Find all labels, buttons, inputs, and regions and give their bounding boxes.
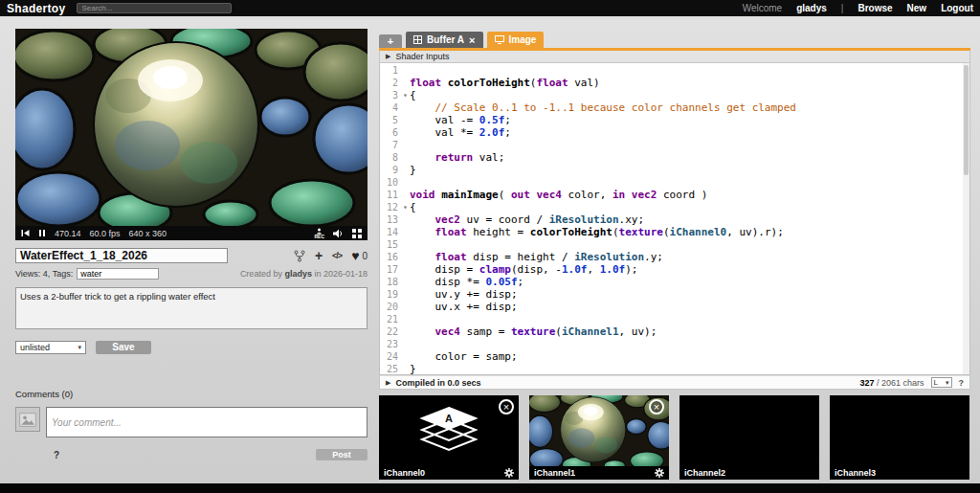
shader-canvas[interactable] (15, 29, 368, 226)
code-line[interactable]: 15 (380, 238, 969, 251)
channel-3-label: iChannel3 (835, 468, 876, 478)
char-total: / 2061 chars (874, 378, 924, 388)
channel-2-preview (679, 395, 819, 466)
comment-input[interactable] (46, 407, 368, 437)
volume-button[interactable] (333, 229, 344, 238)
nav-username[interactable]: gladys (796, 3, 827, 13)
shader-meta-row: Views: 4, Tags: Created by gladys in 202… (15, 268, 368, 280)
tags-input[interactable] (77, 268, 159, 280)
shader-panel: 470.14 60.0 fps 640 x 360 REC (15, 29, 368, 460)
avatar-placeholder-icon (19, 413, 36, 427)
code-line[interactable]: 9 } (380, 164, 969, 176)
close-icon[interactable]: × (469, 35, 475, 45)
likes-count: 0 (362, 251, 368, 261)
code-line[interactable]: 16 float disp = height / iResolution.y; (380, 251, 969, 263)
char-counter: 327 / 2061 chars (859, 378, 924, 388)
visibility-select[interactable]: unlisted ▾ (15, 341, 86, 354)
channel-2-label-bar: iChannel2 (679, 466, 819, 480)
channel-3-tile[interactable]: iChannel3 (830, 395, 969, 480)
code-line[interactable]: 13 vec2 uv = coord / iResolution.xy; (380, 213, 969, 226)
comment-row (15, 407, 368, 437)
add-tab-button[interactable]: + (379, 34, 402, 48)
post-button[interactable]: Post (316, 449, 368, 460)
gear-icon[interactable] (655, 468, 664, 478)
shader-title-input[interactable] (15, 248, 228, 263)
code-line[interactable]: 10 (380, 176, 969, 189)
code-line[interactable]: 8 return val; (380, 151, 969, 164)
code-editor[interactable]: 1 2 float colorToHeight(float val)3▾{4 /… (379, 63, 970, 375)
nav-new[interactable]: New (907, 3, 927, 13)
top-nav: Welcome gladys | Browse New Logout (743, 3, 973, 13)
gear-icon[interactable] (504, 468, 514, 478)
description-textarea[interactable]: Uses a 2-buffer trick to get a rippling … (15, 287, 368, 329)
tab-buffer-a[interactable]: Buffer A × (406, 32, 483, 48)
fork-button[interactable] (294, 250, 305, 262)
channel-1-close-button[interactable]: × (649, 399, 664, 415)
comment-actions-row: ? Post (15, 449, 368, 460)
editor-scrollbar[interactable] (963, 63, 969, 374)
nav-welcome: Welcome (743, 3, 783, 13)
tab-image[interactable]: Image (487, 32, 545, 48)
player-bar: 470.14 60.0 fps 640 x 360 REC (15, 226, 368, 240)
status-right: 327 / 2061 chars L ▾ ? (859, 377, 964, 388)
shader-action-icons: + </> ♥ 0 (294, 250, 368, 262)
compile-triangle-icon[interactable]: ▶ (386, 379, 390, 387)
chevron-down-icon: ▾ (78, 344, 81, 351)
code-line[interactable]: 14 float height = colorToHeight(texture(… (380, 226, 969, 238)
comment-help-link[interactable]: ? (54, 450, 59, 460)
like-button[interactable]: ♥ 0 (351, 250, 368, 261)
code-line[interactable]: 18 disp *= 0.05f; (380, 276, 969, 288)
channel-1-tile[interactable]: × iChannel1 (529, 395, 669, 480)
code-line[interactable]: 24 color = samp; (380, 350, 969, 363)
code-line[interactable]: 11 void mainImage( out vec4 color, in ve… (380, 189, 969, 201)
code-line[interactable]: 7 (380, 139, 969, 151)
code-line[interactable]: 22 vec4 samp = texture(iChannel1, uv); (380, 325, 969, 338)
code-line[interactable]: 23 (380, 338, 969, 350)
code-line[interactable]: 6 val *= 2.0f; (380, 126, 969, 139)
chevron-down-icon: ▾ (946, 379, 949, 387)
channel-2-tile[interactable]: iChannel2 (679, 395, 819, 480)
record-button[interactable]: REC (314, 228, 324, 239)
editor-options-select[interactable]: L ▾ (931, 377, 952, 388)
shader-inputs-label: Shader Inputs (395, 52, 449, 61)
search-input[interactable] (77, 3, 232, 13)
code-line[interactable]: 19 uv.y += disp; (380, 288, 969, 301)
avatar (15, 407, 40, 432)
save-button[interactable]: Save (96, 341, 151, 354)
channel-0-close-button[interactable]: × (499, 399, 514, 415)
rewind-button[interactable] (21, 229, 30, 237)
byline: Created by gladys in 2026-01-18 (240, 269, 368, 279)
byline-username[interactable]: gladys (284, 269, 312, 279)
code-line[interactable]: 20 uv.x += disp; (380, 301, 969, 313)
player-resolution: 640 x 360 (129, 229, 167, 238)
tab-buffer-a-label: Buffer A (427, 34, 464, 45)
channel-3-preview (830, 395, 969, 466)
code-line[interactable]: 2 float colorToHeight(float val) (380, 77, 969, 89)
add-shader-button[interactable]: + (315, 250, 323, 261)
channel-1-label-bar: iChannel1 (529, 466, 669, 480)
fullscreen-button[interactable] (352, 229, 362, 238)
buffer-tab-icon (413, 35, 422, 44)
code-area: 1 2 float colorToHeight(float val)3▾{4 /… (380, 64, 969, 375)
pause-button[interactable] (38, 229, 46, 237)
code-line[interactable]: 5 val -= 0.5f; (380, 114, 969, 126)
player-time: 470.14 (55, 229, 81, 238)
code-line[interactable]: 12▾{ (380, 201, 969, 213)
editor-help-link[interactable]: ? (959, 378, 965, 388)
nav-browse[interactable]: Browse (858, 3, 892, 13)
shadertoy-logo[interactable]: Shadertoy (7, 2, 65, 15)
code-line[interactable]: 3▾{ (380, 89, 969, 101)
code-line[interactable]: 4 // Scale 0..1 to -1..1 because color c… (380, 101, 969, 114)
code-line[interactable]: 21 (380, 313, 969, 325)
shadertoy-page: Shadertoy Welcome gladys | Browse New Lo… (0, 0, 980, 493)
volume-icon (333, 229, 344, 238)
nav-logout[interactable]: Logout (941, 3, 973, 13)
channel-0-tile[interactable]: A × iChannel0 (379, 395, 519, 480)
player-fps: 60.0 fps (90, 229, 121, 238)
code-line[interactable]: 25 } (380, 363, 969, 375)
embed-code-button[interactable]: </> (332, 251, 342, 260)
code-line[interactable]: 1 (380, 64, 969, 77)
shader-inputs-toggle[interactable]: ▶ Shader Inputs (379, 51, 970, 63)
code-line[interactable]: 17 disp = clamp(disp, -1.0f, 1.0f); (380, 263, 969, 276)
editor-scrollbar-thumb[interactable] (964, 65, 969, 175)
